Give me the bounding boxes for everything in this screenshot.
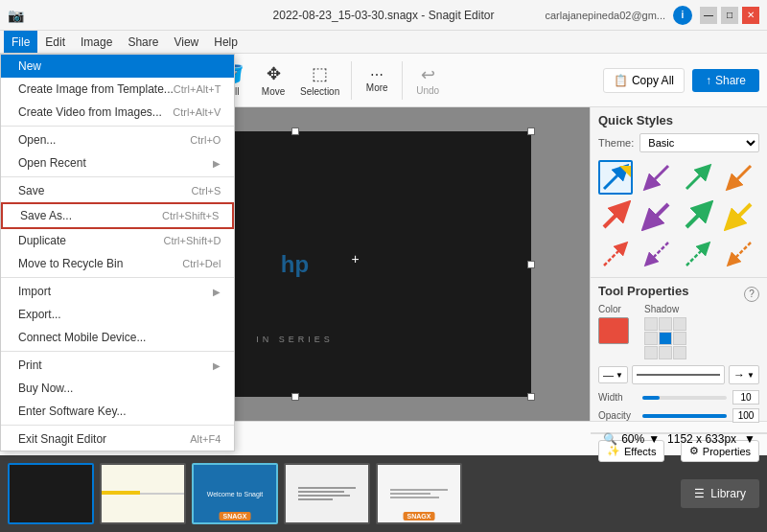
- theme-select[interactable]: Basic: [639, 133, 759, 152]
- style-item-2[interactable]: [639, 160, 674, 195]
- close-button[interactable]: ✕: [742, 7, 759, 24]
- arrow-end-dropdown-icon: ▼: [747, 371, 755, 380]
- menu-sep-3: [1, 277, 234, 278]
- menu-item-new[interactable]: New: [1, 55, 234, 78]
- shadow-cell-9[interactable]: [673, 346, 686, 359]
- filmstrip-thumb-4[interactable]: [284, 463, 370, 524]
- style-item-3[interactable]: [681, 160, 715, 195]
- menu-item-open[interactable]: Open... Ctrl+O: [1, 128, 234, 151]
- resize-handle-bm[interactable]: [291, 393, 299, 401]
- zoom-dropdown-icon[interactable]: ▼: [648, 432, 660, 446]
- menu-item-connect-label: Connect Mobile Device...: [18, 331, 146, 344]
- shadow-cell-2[interactable]: [659, 317, 672, 331]
- style-item-4[interactable]: [722, 160, 756, 195]
- menu-item-save-label: Save: [18, 184, 44, 197]
- thumb-welcome-text: Welcome to Snagit: [207, 491, 264, 497]
- shadow-cell-1[interactable]: [644, 317, 658, 331]
- menu-item-duplicate[interactable]: Duplicate Ctrl+Shift+D: [1, 229, 234, 252]
- minimize-button[interactable]: —: [700, 7, 717, 24]
- window-title: 2022-08-23_15-03-30.snagx - Snagit Edito…: [273, 9, 495, 22]
- library-button[interactable]: ☰ Library: [681, 479, 759, 508]
- menu-help[interactable]: Help: [206, 31, 245, 53]
- toolbar-separator-1: [351, 61, 352, 100]
- window-controls[interactable]: — □ ✕: [700, 7, 759, 24]
- menu-item-create-image[interactable]: Create Image from Template... Ctrl+Alt+T: [1, 78, 234, 101]
- dimensions-display[interactable]: 1152 x 633px: [667, 432, 736, 446]
- svg-line-0: [604, 170, 623, 189]
- width-value-input[interactable]: [732, 390, 759, 405]
- svg-line-4: [732, 166, 751, 185]
- menu-item-recycle[interactable]: Move to Recycle Bin Ctrl+Del: [1, 252, 234, 275]
- menu-share[interactable]: Share: [120, 31, 166, 53]
- help-button[interactable]: ?: [744, 287, 759, 302]
- shadow-cell-8[interactable]: [659, 346, 672, 359]
- menu-item-save[interactable]: Save Ctrl+S: [1, 179, 234, 202]
- menu-item-create-video-label: Create Video from Images...: [18, 105, 162, 119]
- menu-image[interactable]: Image: [73, 31, 120, 53]
- resize-handle-tm[interactable]: [291, 127, 299, 135]
- shadow-cell-5[interactable]: [659, 332, 672, 345]
- tool-props-title-row: Tool Properties ?: [598, 284, 759, 304]
- share-button[interactable]: ↑ Share: [692, 69, 759, 92]
- color-swatch[interactable]: [598, 317, 629, 344]
- arrow-end-select[interactable]: → ▼: [729, 365, 759, 384]
- selection-tool-button[interactable]: ⬚ Selection: [294, 58, 345, 104]
- menu-item-import[interactable]: Import: [1, 280, 234, 303]
- menu-view[interactable]: View: [166, 31, 206, 53]
- resize-handle-tr[interactable]: [527, 127, 535, 135]
- menu-item-exit-shortcut: Alt+F4: [190, 433, 221, 445]
- menu-item-export[interactable]: Export...: [1, 303, 234, 326]
- filmstrip-thumb-1[interactable]: [8, 463, 94, 524]
- style-item-7[interactable]: [681, 198, 715, 233]
- menu-item-open-recent[interactable]: Open Recent: [1, 151, 234, 174]
- thumb-line: [140, 493, 184, 495]
- shadow-cell-6[interactable]: [673, 332, 686, 345]
- resize-handle-rm[interactable]: [527, 261, 535, 268]
- tool-properties-section: Tool Properties ? Color Shadow: [591, 278, 767, 433]
- style-item-5[interactable]: [598, 198, 633, 233]
- opacity-slider-track[interactable]: [642, 414, 727, 418]
- style-item-11[interactable]: [681, 237, 715, 271]
- theme-row: Theme: Basic: [598, 133, 759, 152]
- shadow-cell-7[interactable]: [644, 346, 658, 359]
- menu-item-software-key[interactable]: Enter Software Key...: [1, 400, 234, 423]
- menu-sep-1: [1, 126, 234, 127]
- filmstrip-thumb-5[interactable]: SNAGX: [376, 463, 462, 524]
- menu-item-connect[interactable]: Connect Mobile Device...: [1, 326, 234, 349]
- dimensions-dropdown-icon[interactable]: ▼: [744, 432, 755, 446]
- resize-handle-br[interactable]: [527, 393, 535, 401]
- menu-item-print[interactable]: Print: [1, 354, 234, 377]
- move-tool-button[interactable]: ✥ Move: [254, 58, 292, 104]
- user-avatar[interactable]: i: [673, 6, 692, 25]
- copy-all-button[interactable]: 📋 Copy All: [603, 68, 685, 93]
- menu-item-new-label: New: [18, 59, 41, 73]
- style-item-6[interactable]: [639, 198, 674, 233]
- quick-styles-title: Quick Styles: [598, 113, 759, 127]
- style-item-12[interactable]: [722, 237, 756, 271]
- style-item-1[interactable]: [598, 160, 633, 195]
- shadow-cell-4[interactable]: [644, 332, 658, 345]
- style-item-10[interactable]: [639, 237, 674, 271]
- line-style-select[interactable]: [632, 365, 725, 384]
- style-item-8[interactable]: [722, 198, 756, 233]
- filmstrip-thumb-3[interactable]: Welcome to Snagit SNAGX: [192, 463, 278, 524]
- menu-item-exit[interactable]: Exit Snagit Editor Alt+F4: [1, 428, 234, 451]
- zoom-value[interactable]: 60%: [621, 432, 644, 446]
- arrow-start-select[interactable]: — ▼: [598, 366, 628, 383]
- menu-file[interactable]: File: [4, 31, 37, 53]
- shadow-cell-3[interactable]: [673, 317, 686, 331]
- filmstrip-thumb-2[interactable]: [100, 463, 186, 524]
- style-item-9[interactable]: [598, 237, 633, 271]
- menu-edit[interactable]: Edit: [37, 31, 73, 53]
- library-label: Library: [710, 487, 746, 500]
- maximize-button[interactable]: □: [721, 7, 738, 24]
- menu-item-save-as[interactable]: Save As... Ctrl+Shift+S: [1, 202, 234, 229]
- menu-item-buy[interactable]: Buy Now...: [1, 377, 234, 400]
- width-slider-track[interactable]: [642, 396, 727, 400]
- user-account[interactable]: carlajanepineda02@gm...: [545, 10, 665, 21]
- opacity-value-input[interactable]: [732, 408, 759, 423]
- more-button[interactable]: ⋯ More: [358, 58, 396, 104]
- menu-item-create-video[interactable]: Create Video from Images... Ctrl+Alt+V: [1, 101, 234, 124]
- tool-props-title: Tool Properties: [598, 284, 688, 298]
- undo-button[interactable]: ↩ Undo: [408, 60, 447, 100]
